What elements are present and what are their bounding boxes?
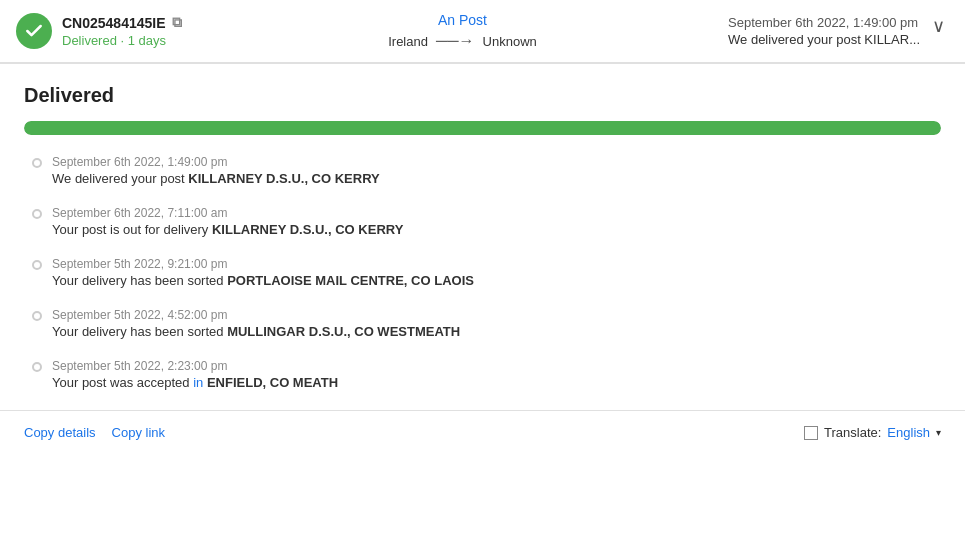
timeline-item: September 5th 2022, 2:23:00 pm Your post… (52, 359, 941, 390)
header-preview: We delivered your post KILLAR... (728, 32, 920, 47)
progress-bar-fill (24, 121, 941, 135)
timeline-item: September 5th 2022, 4:52:00 pm Your deli… (52, 308, 941, 339)
tracking-number-row: CN025484145IE ⧉ (62, 14, 182, 31)
header-right-text: September 6th 2022, 1:49:00 pm We delive… (728, 15, 920, 47)
progress-bar (24, 121, 941, 135)
timeline-description: We delivered your post KILLARNEY D.S.U.,… (52, 171, 941, 186)
timeline-item: September 6th 2022, 7:11:00 am Your post… (52, 206, 941, 237)
timeline-date: September 6th 2022, 7:11:00 am (52, 206, 941, 220)
route-arrow: ──→ (436, 32, 475, 50)
section-title: Delivered (24, 84, 941, 107)
timeline-item: September 5th 2022, 9:21:00 pm Your deli… (52, 257, 941, 288)
timeline-date: September 6th 2022, 1:49:00 pm (52, 155, 941, 169)
timeline-location: PORTLAOISE MAIL CENTRE, CO LAOIS (227, 273, 474, 288)
timeline-date: September 5th 2022, 9:21:00 pm (52, 257, 941, 271)
timeline-date: September 5th 2022, 4:52:00 pm (52, 308, 941, 322)
copy-link-link[interactable]: Copy link (112, 425, 165, 440)
translate-dropdown-arrow[interactable]: ▾ (936, 427, 941, 438)
header-center: An Post Ireland ──→ Unknown (236, 12, 689, 50)
delivered-icon (16, 13, 52, 49)
timeline-dot (32, 158, 42, 168)
header-date: September 6th 2022, 1:49:00 pm (728, 15, 920, 30)
timeline-location: KILLARNEY D.S.U., CO KERRY (212, 222, 403, 237)
main-content: Delivered September 6th 2022, 1:49:00 pm… (0, 63, 965, 390)
timeline-description: Your delivery has been sorted MULLINGAR … (52, 324, 941, 339)
tracking-number: CN025484145IE (62, 15, 166, 31)
destination: Unknown (483, 34, 537, 49)
footer: Copy details Copy link Translate: Englis… (0, 410, 965, 454)
timeline: September 6th 2022, 1:49:00 pm We delive… (24, 155, 941, 390)
footer-links: Copy details Copy link (24, 425, 165, 440)
header-left: CN025484145IE ⧉ Delivered · 1 days (16, 13, 236, 49)
timeline-dot (32, 362, 42, 372)
timeline-highlight: in (193, 375, 203, 390)
copy-details-link[interactable]: Copy details (24, 425, 96, 440)
route: Ireland ──→ Unknown (236, 32, 689, 50)
carrier-name: An Post (236, 12, 689, 28)
origin: Ireland (388, 34, 428, 49)
timeline-date: September 5th 2022, 2:23:00 pm (52, 359, 941, 373)
timeline-dot (32, 311, 42, 321)
header-row: CN025484145IE ⧉ Delivered · 1 days An Po… (0, 0, 965, 63)
translate-label: Translate: (824, 425, 881, 440)
timeline-location: ENFIELD, CO MEATH (207, 375, 338, 390)
translate-language[interactable]: English (887, 425, 930, 440)
timeline-dot (32, 209, 42, 219)
translate-section: Translate: English ▾ (804, 425, 941, 440)
header-right: September 6th 2022, 1:49:00 pm We delive… (689, 15, 949, 47)
copy-tracking-icon[interactable]: ⧉ (172, 14, 182, 31)
timeline-dot (32, 260, 42, 270)
timeline-description: Your post is out for delivery KILLARNEY … (52, 222, 941, 237)
status-badge: Delivered · 1 days (62, 33, 182, 48)
timeline-item: September 6th 2022, 1:49:00 pm We delive… (52, 155, 941, 186)
tracking-info: CN025484145IE ⧉ Delivered · 1 days (62, 14, 182, 48)
translate-checkbox[interactable] (804, 426, 818, 440)
timeline-location: KILLARNEY D.S.U., CO KERRY (188, 171, 379, 186)
collapse-button[interactable]: ∨ (928, 15, 949, 37)
timeline-location: MULLINGAR D.S.U., CO WESTMEATH (227, 324, 460, 339)
timeline-description: Your post was accepted in ENFIELD, CO ME… (52, 375, 941, 390)
timeline-description: Your delivery has been sorted PORTLAOISE… (52, 273, 941, 288)
